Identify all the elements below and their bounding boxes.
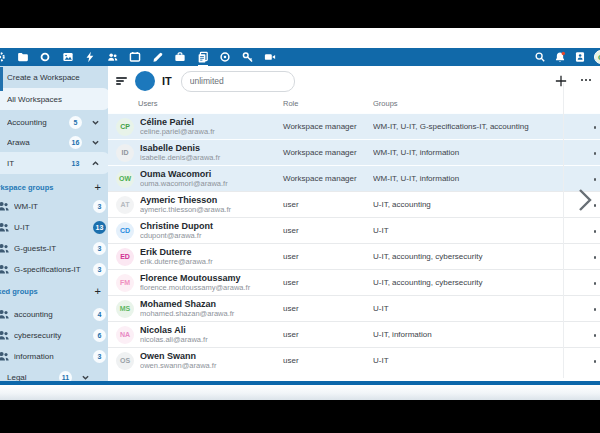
user-row[interactable]: OS Owen Swann owen.swann@arawa.fr user U…	[108, 347, 600, 373]
key-icon[interactable]	[242, 51, 254, 63]
target-icon[interactable]	[219, 51, 231, 63]
lightning-icon[interactable]	[84, 51, 96, 63]
row-menu-icon[interactable]	[594, 126, 597, 129]
user-row[interactable]: CP Céline Pariel celine.pariel@arawa.fr …	[108, 113, 600, 139]
add-workspace-group-button[interactable]: +	[95, 184, 101, 191]
sidebar-group-item[interactable]: cybersecurity 6	[0, 325, 110, 346]
workspace-title: IT	[162, 75, 172, 87]
sidebar-group-item[interactable]: WM-IT 3	[0, 196, 110, 217]
user-row[interactable]: ID Isabelle Denis isabelle.denis@arawa.f…	[108, 139, 600, 165]
group-people-icon	[0, 309, 10, 320]
user-role: user	[283, 278, 373, 287]
row-menu-icon[interactable]	[594, 334, 597, 337]
account-avatar[interactable]: C	[594, 50, 600, 64]
group-people-icon	[0, 330, 10, 341]
row-menu-icon[interactable]	[594, 256, 597, 259]
contacts-icon[interactable]	[107, 51, 119, 63]
pages-icon[interactable]	[197, 51, 209, 63]
column-header-users: Users	[138, 99, 158, 108]
circle-icon[interactable]	[39, 51, 51, 63]
user-row[interactable]: OW Ouma Wacomori ouma.wacomori@arawa.fr …	[108, 165, 600, 191]
user-filter-input[interactable]	[181, 71, 295, 92]
user-row[interactable]: NA Nicolas Ali nicolas.ali@arawa.fr user…	[108, 321, 600, 347]
workspace-groups-header: Workspace groups +	[0, 179, 110, 196]
sidebar-group-item[interactable]: information 3	[0, 346, 110, 367]
more-options-button[interactable]	[581, 79, 591, 81]
user-groups: U-IT, accounting, cybersecurity	[373, 252, 558, 261]
group-count-badge: 3	[93, 242, 106, 255]
briefcase-icon[interactable]	[174, 51, 186, 63]
user-row[interactable]: CD Christine Dupont cdupont@arawa.fr use…	[108, 217, 600, 243]
bell-icon[interactable]	[554, 51, 566, 63]
group-label: cybersecurity	[14, 331, 89, 340]
gear-icon[interactable]	[0, 51, 6, 63]
row-menu-icon[interactable]	[594, 178, 597, 181]
add-user-button[interactable]	[555, 75, 567, 87]
user-groups: U-IT, accounting, cybersecurity	[373, 278, 558, 287]
calendar-icon[interactable]	[129, 51, 141, 63]
row-menu-icon[interactable]	[594, 152, 597, 155]
image-icon[interactable]	[62, 51, 74, 63]
column-header-groups: Groups	[373, 99, 398, 108]
row-menu-icon[interactable]	[594, 204, 597, 207]
sidebar-workspace-item[interactable]: IT 13	[0, 152, 110, 174]
user-avatar: NA	[116, 326, 134, 344]
chevron-down-icon[interactable]	[92, 119, 99, 126]
directory-icon[interactable]	[574, 51, 586, 63]
sidebar-workspace-item-legal[interactable]: Legal 11	[0, 367, 110, 381]
user-name: Ouma Wacomori	[140, 169, 283, 179]
filter-list-icon[interactable]	[116, 77, 128, 85]
create-workspace-button[interactable]: Create a Workspace	[0, 66, 110, 88]
user-groups: U-IT	[373, 226, 558, 235]
workspace-count-badge: 16	[69, 136, 82, 149]
group-count-badge: 6	[93, 329, 106, 342]
chevron-down-icon[interactable]	[92, 139, 99, 146]
user-role: Workspace manager	[283, 148, 373, 157]
user-role: user	[283, 200, 373, 209]
user-email: erik.duterre@arawa.fr	[140, 257, 283, 266]
sidebar-group-item[interactable]: G-guests-IT 3	[0, 238, 110, 259]
workspace-count-badge: 11	[59, 371, 72, 381]
user-groups: U-IT, information	[373, 330, 558, 339]
user-name: Aymeric Thiesson	[140, 195, 283, 205]
user-role: user	[283, 252, 373, 261]
video-camera-icon[interactable]	[264, 51, 276, 63]
sidebar-group-item[interactable]: G-specifications-IT 3	[0, 259, 110, 280]
user-email: isabelle.denis@arawa.fr	[140, 153, 283, 162]
sidebar-workspace-item[interactable]: Arawa 16	[0, 132, 110, 152]
chevron-down-icon[interactable]	[92, 160, 99, 167]
toolbar-left-icons	[0, 51, 276, 63]
user-row[interactable]: FM Florence Moutoussamy florence.moutous…	[108, 269, 600, 295]
user-name: Christine Dupont	[140, 221, 283, 231]
pencil-icon[interactable]	[152, 51, 164, 63]
workspace-groups-title: Workspace groups	[0, 183, 95, 192]
user-role: Workspace manager	[283, 174, 373, 183]
folder-icon[interactable]	[17, 51, 29, 63]
row-menu-icon[interactable]	[594, 230, 597, 233]
user-name: Owen Swann	[140, 351, 283, 361]
row-menu-icon[interactable]	[594, 308, 597, 311]
group-people-icon	[0, 243, 10, 254]
user-row[interactable]: AT Aymeric Thiesson aymeric.thiesson@ara…	[108, 191, 600, 217]
user-row[interactable]: ED Erik Duterre erik.duterre@arawa.fr us…	[108, 243, 600, 269]
user-groups: U-IT	[373, 304, 558, 313]
sidebar-workspace-item[interactable]: Accounting 5	[0, 112, 110, 132]
user-groups: WM-IT, U-IT, G-specifications-IT, accoun…	[373, 122, 558, 131]
row-menu-icon[interactable]	[594, 282, 597, 285]
user-avatar: OS	[116, 352, 134, 370]
user-email: cdupont@arawa.fr	[140, 231, 283, 240]
sidebar-group-item[interactable]: accounting 4	[0, 304, 110, 325]
expand-panel-chevron-icon[interactable]	[578, 188, 592, 212]
chevron-down-icon[interactable]	[82, 374, 89, 381]
workspace-avatar[interactable]	[135, 71, 155, 91]
sidebar-group-item[interactable]: U-IT 13	[0, 217, 110, 238]
row-menu-icon[interactable]	[594, 360, 597, 363]
user-row[interactable]: MS Mohamed Shazan mohamed.shazan@arawa.f…	[108, 295, 600, 321]
app-frame: C Create a Workspace All Workspaces Acco…	[0, 0, 600, 433]
letterbox-top	[0, 0, 600, 28]
add-linked-group-button[interactable]: +	[95, 288, 101, 295]
group-label: information	[14, 352, 89, 361]
group-people-icon	[0, 264, 10, 275]
search-icon[interactable]	[534, 51, 546, 63]
all-workspaces-button[interactable]: All Workspaces	[0, 88, 110, 110]
